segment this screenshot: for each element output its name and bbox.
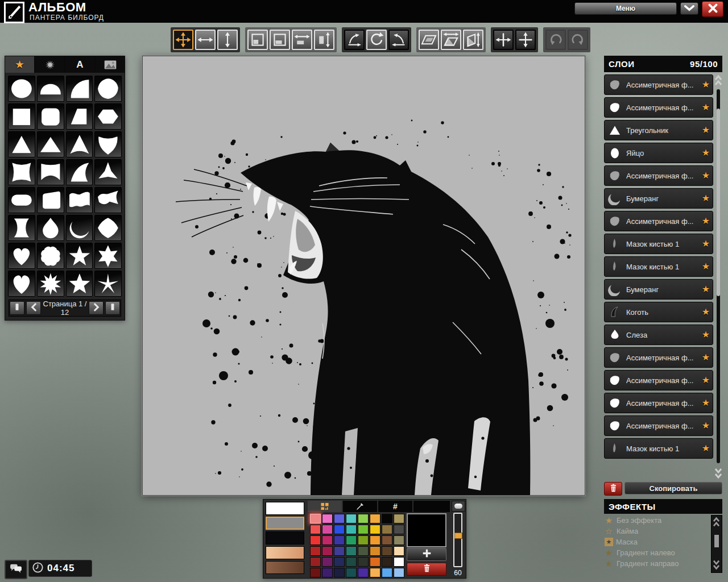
shape-shield[interactable]	[94, 131, 122, 157]
slider-track[interactable]	[453, 513, 462, 567]
color-swatch[interactable]	[310, 514, 321, 523]
menu-chevron-button[interactable]	[680, 2, 698, 15]
slider-handle[interactable]	[454, 533, 462, 539]
shape-half-circle[interactable]	[37, 76, 64, 102]
shape-wave-flag[interactable]	[66, 187, 93, 213]
shape-slanted-rect[interactable]	[37, 187, 64, 213]
shape-crescent[interactable]	[66, 215, 93, 241]
move-button[interactable]	[173, 30, 193, 50]
current-color-preview[interactable]	[407, 513, 446, 547]
shape-burst-ten[interactable]	[37, 271, 64, 297]
scale-corner-b-button[interactable]	[270, 30, 290, 50]
favorite-star-icon[interactable]: ★	[702, 444, 710, 453]
effects-scroll-thumb[interactable]	[714, 535, 719, 547]
shape-banner[interactable]	[94, 187, 122, 213]
favorite-star-icon[interactable]: ★	[702, 353, 710, 362]
color-swatch[interactable]	[310, 535, 321, 545]
color-swatch[interactable]	[370, 546, 380, 556]
favorite-star-icon[interactable]: ★	[702, 239, 710, 248]
favorite-star-icon[interactable]: ★	[702, 148, 710, 157]
layer-row[interactable]: Ассиметричная ф...★	[604, 211, 713, 231]
color-swatch[interactable]	[370, 557, 380, 567]
slider-knob-icon[interactable]	[452, 501, 465, 512]
color-swatch[interactable]	[382, 525, 392, 534]
skew-vertical-button[interactable]	[463, 30, 483, 50]
color-swatch[interactable]	[322, 557, 333, 567]
shape-blob-circle[interactable]	[94, 76, 122, 102]
shape-arrow-triangle[interactable]	[66, 131, 93, 157]
shape-star-five[interactable]	[66, 243, 93, 269]
color-swatch[interactable]	[322, 535, 333, 545]
effects-scroll-down-icon[interactable]	[713, 559, 721, 571]
color-swatch[interactable]	[334, 546, 345, 556]
brush-tab[interactable]	[343, 501, 377, 512]
color-swatch[interactable]	[370, 514, 380, 523]
rotate-free-button[interactable]	[366, 30, 387, 50]
delete-layer-button[interactable]	[604, 482, 622, 496]
favorite-star-icon[interactable]: ★	[702, 421, 710, 430]
shape-rounded-square[interactable]	[37, 103, 64, 130]
color-swatch[interactable]	[310, 568, 321, 577]
color-swatch[interactable]	[334, 568, 345, 577]
first-page-button[interactable]	[10, 301, 24, 315]
prev-page-button[interactable]	[26, 301, 41, 315]
shape-star-five-b[interactable]	[66, 271, 93, 297]
copy-layer-button[interactable]: Скопировать	[624, 482, 722, 494]
material-swatch[interactable]	[266, 531, 304, 544]
shape-rounded-diamond[interactable]	[94, 215, 122, 241]
layer-row[interactable]: Ассиметричная ф...★	[604, 370, 713, 390]
favorite-star-icon[interactable]: ★	[702, 285, 710, 294]
color-swatch[interactable]	[394, 535, 404, 545]
color-swatch[interactable]	[370, 525, 380, 534]
color-swatch[interactable]	[310, 525, 321, 534]
color-swatch[interactable]	[382, 546, 392, 556]
scroll-thumb[interactable]	[717, 109, 720, 296]
shape-triangle-wide[interactable]	[37, 131, 64, 157]
color-swatch[interactable]	[322, 546, 333, 556]
color-swatch[interactable]	[334, 525, 345, 534]
color-swatch[interactable]	[358, 525, 369, 534]
shape-fin[interactable]	[66, 159, 93, 185]
layer-row[interactable]: Мазок кистью 1★	[604, 234, 713, 254]
color-swatch[interactable]	[346, 557, 357, 567]
layer-row[interactable]: Ассиметричная ф...★	[604, 347, 713, 368]
menu-button[interactable]: Меню	[574, 2, 677, 15]
effect-item[interactable]: ★Без эффекта	[604, 515, 710, 526]
shape-quarter-circle[interactable]	[66, 76, 93, 102]
favorite-star-icon[interactable]: ★	[702, 194, 710, 203]
color-swatch[interactable]	[334, 557, 345, 567]
color-swatch[interactable]	[334, 535, 345, 545]
color-swatch[interactable]	[382, 568, 392, 577]
color-swatch[interactable]	[346, 535, 357, 545]
color-swatch[interactable]	[394, 525, 404, 534]
shape-heart-round[interactable]	[8, 271, 35, 297]
flip-vertical-button[interactable]	[515, 30, 536, 50]
add-color-button[interactable]	[407, 548, 446, 561]
favorite-star-icon[interactable]: ★	[702, 262, 710, 271]
next-page-button[interactable]	[89, 301, 104, 315]
layer-row[interactable]: Ассиметричная ф...★	[604, 393, 713, 413]
layer-row[interactable]: Ассиметричная ф...★	[604, 74, 713, 95]
color-swatch[interactable]	[358, 546, 369, 556]
move-vertical-button[interactable]	[217, 30, 238, 50]
color-swatch[interactable]	[310, 546, 321, 556]
hex-tab[interactable]: #	[378, 501, 412, 512]
color-swatch[interactable]	[322, 514, 333, 523]
favorite-star-icon[interactable]: ★	[702, 217, 710, 226]
close-button[interactable]	[702, 1, 723, 17]
chat-button[interactable]	[5, 560, 27, 579]
color-swatch[interactable]	[358, 535, 369, 545]
material-swatch[interactable]	[266, 517, 304, 530]
shape-trapezoid[interactable]	[66, 103, 93, 130]
favorite-star-icon[interactable]: ★	[702, 398, 710, 408]
flip-horizontal-button[interactable]	[493, 30, 514, 50]
layer-row[interactable]: Мазок кистью 1★	[604, 256, 713, 277]
color-swatch[interactable]	[394, 557, 404, 567]
color-swatch[interactable]	[346, 568, 357, 577]
drawing-canvas[interactable]	[142, 56, 585, 496]
layer-row[interactable]: Бумеранг★	[604, 279, 713, 300]
last-page-button[interactable]	[105, 301, 120, 315]
color-swatch[interactable]	[322, 568, 333, 577]
shape-hexagon[interactable]	[94, 103, 122, 130]
color-swatch[interactable]	[382, 535, 392, 545]
